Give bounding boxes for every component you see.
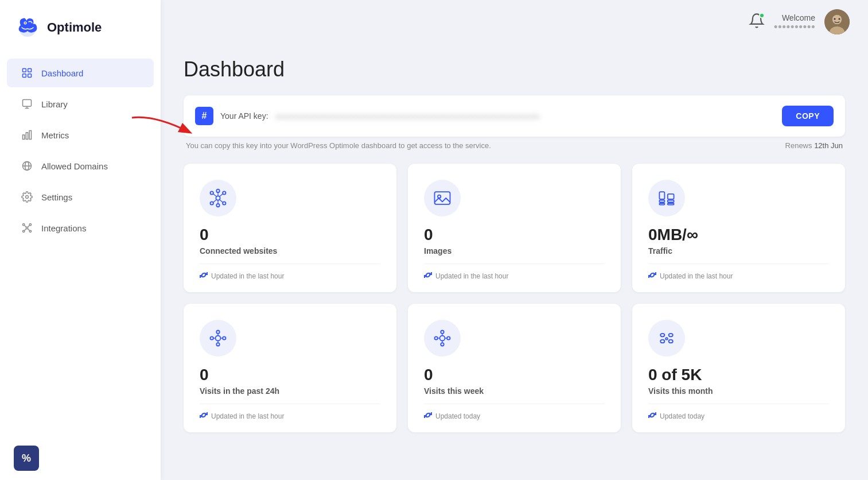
svg-point-34 — [223, 202, 225, 204]
sidebar-item-settings-label: Settings — [41, 192, 72, 202]
svg-point-16 — [23, 224, 25, 226]
svg-rect-45 — [659, 192, 664, 199]
visits-month-icon — [648, 320, 685, 357]
notifications-bell[interactable] — [749, 13, 765, 31]
sidebar-bottom: % — [0, 436, 161, 480]
svg-point-18 — [23, 230, 25, 232]
images-update: Updated in the last hour — [424, 264, 605, 281]
stat-card-visits-week: 0 Visits this week Updated today — [408, 304, 621, 432]
svg-rect-50 — [668, 203, 674, 205]
svg-point-72 — [669, 340, 673, 343]
connected-websites-label: Connected websites — [200, 246, 380, 256]
main-content: Welcome ●●●●●●●●●● Dashboard # — [161, 0, 868, 480]
svg-rect-6 — [28, 74, 32, 78]
notification-dot — [759, 13, 765, 18]
svg-point-71 — [660, 340, 664, 343]
username: ●●●●●●●●●● — [774, 22, 815, 30]
svg-rect-9 — [26, 133, 28, 140]
svg-point-69 — [660, 334, 664, 336]
dashboard-icon — [21, 67, 33, 79]
svg-rect-4 — [28, 69, 32, 72]
refresh-icon-3 — [648, 271, 656, 281]
svg-line-40 — [220, 200, 223, 203]
svg-point-30 — [216, 196, 220, 200]
images-label: Images — [424, 246, 605, 256]
refresh-icon — [200, 271, 208, 281]
svg-point-29 — [839, 18, 840, 20]
library-icon — [21, 98, 33, 110]
metrics-icon — [21, 129, 33, 141]
traffic-update: Updated in the last hour — [648, 264, 829, 281]
svg-point-31 — [211, 191, 213, 194]
svg-rect-8 — [23, 135, 25, 140]
visits-month-number: 0 of 5K — [648, 366, 829, 384]
svg-point-51 — [216, 336, 221, 341]
refresh-icon-4 — [200, 411, 208, 421]
svg-point-64 — [441, 343, 443, 346]
sidebar-item-metrics[interactable]: Metrics — [7, 121, 154, 149]
api-key-label: Your API key: — [220, 111, 268, 121]
stat-card-visits-24h: 0 Visits in the past 24h Updated in the … — [184, 304, 396, 432]
sidebar-item-dashboard[interactable]: Dashboard — [7, 59, 154, 87]
sidebar-item-allowed-domains[interactable]: Allowed Domains — [7, 152, 154, 180]
user-avatar[interactable] — [824, 9, 850, 34]
svg-point-62 — [447, 336, 450, 339]
svg-rect-73 — [665, 338, 668, 340]
sidebar-nav: Dashboard Library Metrics Allowed Domain… — [0, 53, 161, 436]
svg-point-33 — [211, 202, 213, 204]
svg-point-52 — [211, 336, 213, 339]
sidebar-item-dashboard-label: Dashboard — [41, 68, 83, 78]
sidebar-item-integrations[interactable]: Integrations — [7, 214, 154, 242]
svg-rect-48 — [668, 194, 674, 199]
visits-24h-label: Visits in the past 24h — [200, 386, 380, 396]
svg-point-36 — [216, 204, 219, 207]
svg-point-35 — [216, 189, 219, 192]
logo-icon — [14, 14, 41, 41]
svg-point-70 — [669, 334, 673, 336]
renews-text: Renews 12th Jun — [785, 141, 843, 150]
logo[interactable]: Optimole — [0, 0, 161, 53]
svg-rect-7 — [23, 100, 32, 107]
traffic-label: Traffic — [648, 246, 829, 256]
stat-card-visits-month: 0 of 5K Visits this month Updated today — [632, 304, 845, 432]
api-hash-icon: # — [195, 107, 213, 125]
svg-line-37 — [213, 194, 216, 197]
svg-point-19 — [29, 230, 31, 232]
svg-point-28 — [834, 18, 836, 20]
svg-point-55 — [216, 343, 219, 346]
svg-point-17 — [29, 224, 31, 226]
percent-badge[interactable]: % — [14, 446, 39, 471]
stat-card-images: 0 Images Updated in the last hour — [408, 164, 621, 292]
stat-card-connected-websites: 0 Connected websites Updated in the last… — [184, 164, 396, 292]
svg-point-53 — [223, 336, 225, 339]
visits-month-label: Visits this month — [648, 386, 829, 396]
sidebar-item-library[interactable]: Library — [7, 90, 154, 118]
api-key-info: You can copy this key into your WordPres… — [184, 141, 845, 150]
avatar-image — [824, 9, 850, 34]
svg-rect-5 — [23, 74, 26, 78]
svg-point-14 — [26, 196, 29, 199]
header-welcome: Welcome ●●●●●●●●●● — [774, 13, 815, 30]
settings-icon — [21, 191, 33, 203]
svg-rect-46 — [659, 200, 664, 203]
refresh-icon-6 — [648, 411, 656, 421]
api-key-value: xxxxxxxxxxxxxxxxxxxxxxxxxxxxxxxxxxxxxxxx… — [275, 112, 776, 121]
svg-rect-49 — [668, 200, 674, 203]
api-key-bar: # Your API key: xxxxxxxxxxxxxxxxxxxxxxxx… — [184, 95, 845, 137]
copy-button[interactable]: COPY — [782, 106, 834, 126]
connected-websites-number: 0 — [200, 226, 380, 244]
svg-line-23 — [28, 229, 30, 231]
api-key-info-text: You can copy this key into your WordPres… — [186, 141, 491, 150]
svg-point-44 — [438, 195, 441, 198]
sidebar-item-library-label: Library — [41, 99, 68, 109]
svg-rect-43 — [435, 192, 450, 204]
visits-24h-icon — [200, 320, 236, 357]
header: Welcome ●●●●●●●●●● — [161, 0, 868, 44]
refresh-icon-2 — [424, 271, 432, 281]
visits-month-update: Updated today — [648, 404, 829, 421]
svg-point-54 — [216, 331, 219, 334]
images-number: 0 — [424, 226, 605, 244]
sidebar-item-settings[interactable]: Settings — [7, 183, 154, 211]
svg-rect-3 — [23, 69, 26, 72]
sidebar-item-integrations-label: Integrations — [41, 223, 86, 233]
